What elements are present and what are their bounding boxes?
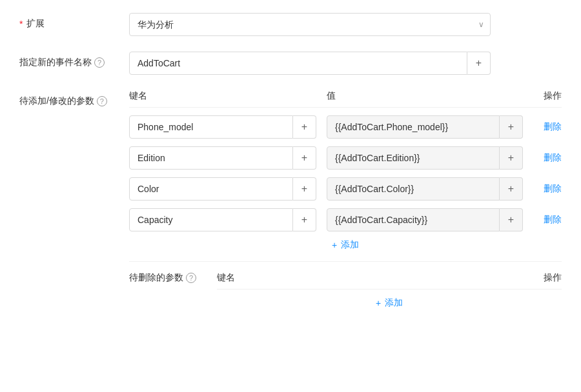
param-value-plus-button-1[interactable]: + <box>500 146 523 170</box>
param-action-cell-1: 删除 <box>523 152 562 164</box>
param-value-plus-button-0[interactable]: + <box>500 115 523 139</box>
event-name-label: 指定新的事件名称 ? <box>19 52 129 68</box>
add-modify-params-label: 待添加/修改的参数 ? <box>19 90 129 107</box>
extension-select-wrapper: 华为分析 ∨ <box>129 13 491 36</box>
param-action-cell-3: 删除 <box>523 214 562 226</box>
delete-params-header: 键名 操作 <box>217 272 562 289</box>
table-row: + + 删除 <box>129 208 562 231</box>
required-star: * <box>19 19 23 29</box>
param-key-cell-0: + <box>129 115 316 139</box>
param-value-plus-button-2[interactable]: + <box>500 177 523 201</box>
section-divider <box>129 261 562 262</box>
add-modify-params-row: 待添加/修改的参数 ? 键名 值 操作 + + 删除 + <box>19 90 562 319</box>
param-value-input-1[interactable] <box>327 146 500 170</box>
delete-button-1[interactable]: 删除 <box>544 152 562 164</box>
extension-content: 华为分析 ∨ <box>129 13 562 36</box>
param-key-input-0[interactable] <box>129 115 293 139</box>
delete-params-help-icon[interactable]: ? <box>186 273 196 283</box>
param-value-cell-1: + <box>316 146 523 170</box>
col-value-header: 值 <box>316 90 523 102</box>
param-key-cell-3: + <box>129 208 316 231</box>
param-value-input-0[interactable] <box>327 115 500 139</box>
param-value-cell-3: + <box>316 208 523 231</box>
delete-col-action-header: 操作 <box>523 272 562 284</box>
delete-button-0[interactable]: 删除 <box>544 121 562 133</box>
event-name-help-icon[interactable]: ? <box>94 57 105 68</box>
col-key-header: 键名 <box>129 90 316 102</box>
delete-add-label: 添加 <box>385 297 403 309</box>
param-key-input-3[interactable] <box>129 208 293 231</box>
delete-col-key-header: 键名 <box>217 272 404 284</box>
extension-row: * 扩展 华为分析 ∨ <box>19 13 562 36</box>
param-key-input-2[interactable] <box>129 177 293 201</box>
param-value-input-2[interactable] <box>327 177 500 201</box>
event-name-label-text: 指定新的事件名称 <box>19 57 92 68</box>
param-key-plus-button-3[interactable]: + <box>293 208 316 231</box>
col-action-header: 操作 <box>523 90 562 102</box>
param-value-input-3[interactable] <box>327 208 500 231</box>
add-modify-add-label: 添加 <box>341 239 359 251</box>
param-key-input-1[interactable] <box>129 146 293 170</box>
add-modify-plus-icon: + <box>332 240 337 250</box>
extension-label: * 扩展 <box>19 13 129 30</box>
param-value-cell-2: + <box>316 177 523 201</box>
param-value-cell-0: + <box>316 115 523 139</box>
param-key-plus-button-0[interactable]: + <box>293 115 316 139</box>
param-key-cell-1: + <box>129 146 316 170</box>
delete-params-label-text: 待删除的参数 <box>129 272 183 284</box>
delete-params-label-wrapper: 待删除的参数 ? <box>129 272 196 284</box>
table-row: + + 删除 <box>129 115 562 139</box>
event-name-plus-button[interactable]: + <box>467 52 491 75</box>
delete-button-3[interactable]: 删除 <box>544 214 562 226</box>
event-name-input[interactable] <box>129 52 467 75</box>
delete-params-section-header: 待删除的参数 ? 键名 操作 + 添加 <box>129 272 562 314</box>
table-row: + + 删除 <box>129 146 562 170</box>
event-name-row: 指定新的事件名称 ? + <box>19 52 562 75</box>
param-key-plus-button-1[interactable]: + <box>293 146 316 170</box>
delete-button-2[interactable]: 删除 <box>544 183 562 195</box>
table-row: + + 删除 <box>129 177 562 201</box>
event-name-content: + <box>129 52 562 75</box>
param-value-plus-button-3[interactable]: + <box>500 208 523 231</box>
delete-params-content: 键名 操作 + 添加 <box>217 272 562 314</box>
event-name-input-row: + <box>129 52 491 75</box>
delete-plus-icon: + <box>376 298 381 308</box>
add-modify-param-add-button[interactable]: + 添加 <box>129 239 562 251</box>
delete-param-add-button[interactable]: + 添加 <box>217 297 562 309</box>
add-modify-params-label-text: 待添加/修改的参数 <box>19 95 94 107</box>
param-rows-container: + + 删除 + + 删除 + <box>129 115 562 231</box>
param-action-cell-2: 删除 <box>523 183 562 195</box>
extension-select[interactable]: 华为分析 <box>129 13 491 36</box>
param-action-cell-0: 删除 <box>523 121 562 133</box>
param-key-cell-2: + <box>129 177 316 201</box>
add-modify-params-help-icon[interactable]: ? <box>97 96 107 106</box>
extension-label-text: 扩展 <box>26 18 45 30</box>
add-modify-params-content: 键名 值 操作 + + 删除 + + <box>129 90 562 319</box>
param-key-plus-button-2[interactable]: + <box>293 177 316 201</box>
params-header: 键名 值 操作 <box>129 90 562 108</box>
